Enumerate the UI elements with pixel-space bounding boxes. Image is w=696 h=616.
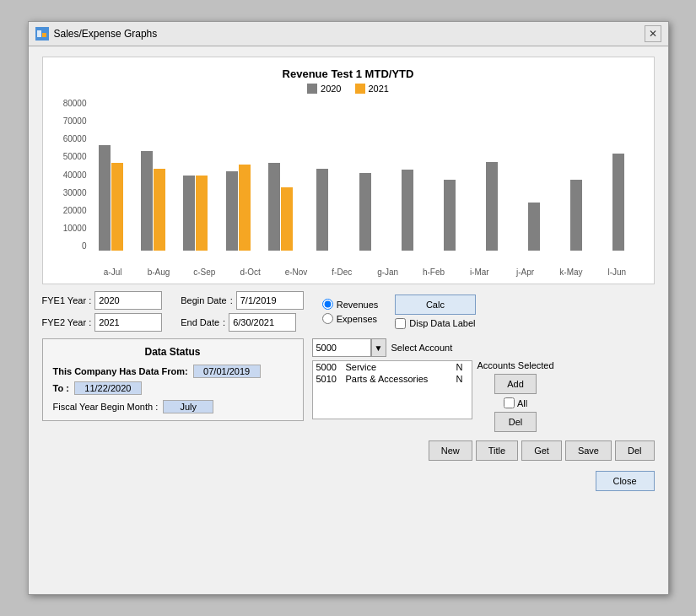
window-title: Sales/Expense Graphs [54,28,158,40]
expenses-label: Expenses [337,314,377,324]
window-content: Revenue Test 1 MTD/YTD 2020 2021 80000 7… [29,46,668,594]
close-window-button[interactable]: ✕ [645,25,661,42]
bar-gold-3 [239,165,251,251]
all-label: All [517,398,527,408]
x-label-2: c-Sep [181,267,227,277]
to-row: To : 11/22/2020 [53,381,293,395]
data-status-box: Data Status This Company Has Data From: … [42,338,304,421]
bar-gray-6 [359,173,371,251]
new-button[interactable]: New [429,440,472,461]
acct-num-0: 5000 [316,362,346,372]
del-button[interactable]: Del [615,440,655,461]
close-button[interactable]: Close [596,471,655,491]
account-dropdown-button[interactable]: ▼ [371,338,386,357]
action-buttons: New Title Get Save Del [42,440,655,461]
bar-gold-0 [111,163,123,251]
account-list-item-1[interactable]: 5010Parts & AccessoriesN [313,373,472,385]
account-top: ▼ Select Account [312,338,655,357]
begin-date-input[interactable] [236,291,304,310]
from-label: This Company Has Data From: [53,366,188,376]
bar-group-4 [259,99,301,251]
x-label-5: f-Dec [319,267,364,277]
svg-rect-1 [42,33,46,37]
account-list[interactable]: 5000ServiceN5010Parts & AccessoriesN [312,360,472,419]
bar-gray-5 [316,169,328,251]
fye2-label: FYE2 Year : [42,317,92,327]
bar-gray-8 [444,180,456,251]
x-label-4: e-Nov [273,267,319,277]
fy-label: Fiscal Year Begin Month : [53,402,159,412]
bar-group-8 [429,99,471,251]
bar-group-11 [555,99,597,251]
legend-year1: 2020 [307,84,341,94]
y-label-4: 40000 [63,170,87,180]
chart-plot [90,99,640,251]
account-list-item-0[interactable]: 5000ServiceN [313,361,472,373]
del-account-button[interactable]: Del [494,412,537,432]
x-label-10: k-May [548,267,594,277]
all-checkbox[interactable] [504,397,515,408]
end-date-label: End Date [181,317,219,327]
to-label: To : [53,383,69,393]
fye1-label: FYE1 Year : [42,295,92,305]
bar-group-6 [343,99,386,251]
title-button[interactable]: Title [476,440,518,461]
disp-data-label-item[interactable]: Disp Data Label [395,318,475,329]
begin-date-label: Begin Date [181,295,226,305]
controls-row: FYE1 Year : FYE2 Year : Begin Date : End… [42,291,655,332]
acct-num-1: 5010 [316,374,346,384]
x-label-0: a-Jul [90,267,136,277]
bar-gold-2 [196,176,208,251]
revenues-radio[interactable] [322,299,333,310]
title-bar-left: Sales/Expense Graphs [35,27,158,41]
revenues-label: Revenues [337,300,379,310]
expenses-radio-item[interactable]: Expenses [322,313,379,324]
title-bar: Sales/Expense Graphs ✕ [29,22,668,46]
fy-row: Fiscal Year Begin Month : July [53,400,293,413]
y-label-0: 0 [82,241,87,251]
fye1-group: FYE1 Year : [42,291,163,310]
legend-swatch-gray [307,84,317,94]
bar-gray-1 [141,151,153,251]
to-value: 11/22/2020 [74,381,142,395]
revenues-radio-item[interactable]: Revenues [322,299,379,310]
chart-legend: 2020 2021 [57,84,640,94]
save-button[interactable]: Save [565,440,612,461]
calc-button[interactable]: Calc [395,294,475,315]
chart-title: Revenue Test 1 MTD/YTD [57,68,640,80]
fye1-input[interactable] [94,291,162,310]
x-label-1: b-Aug [136,267,181,277]
from-row: This Company Has Data From: 07/01/2019 [53,365,293,378]
all-checkbox-item[interactable]: All [504,397,527,408]
bar-group-7 [386,99,429,251]
expenses-radio[interactable] [322,313,333,324]
bar-gray-4 [268,163,280,251]
account-section: ▼ Select Account 5000ServiceN5010Parts &… [312,338,655,432]
x-label-3: d-Oct [227,267,272,277]
bar-gold-1 [154,169,165,251]
close-btn-row: Close [42,471,655,491]
legend-year2: 2021 [355,84,389,94]
bar-group-0 [90,99,132,251]
bar-gray-11 [570,180,582,251]
get-button[interactable]: Get [521,440,562,461]
window-icon [35,27,49,41]
legend-year1-label: 2020 [321,84,341,94]
acct-name-1: Parts & Accessories [346,374,456,384]
y-label-8: 80000 [63,99,87,108]
bar-gold-4 [281,187,293,251]
select-account-label: Select Account [391,343,453,353]
x-label-8: i-Mar [456,267,502,277]
fye2-group: FYE2 Year : [42,313,163,332]
account-number-input[interactable] [312,338,371,357]
add-account-button[interactable]: Add [494,374,537,394]
fy-value: July [163,400,213,413]
disp-data-label-checkbox[interactable] [395,318,406,329]
bottom-section: Data Status This Company Has Data From: … [42,338,655,432]
fye2-input[interactable] [94,313,162,332]
end-date-input[interactable] [229,313,296,332]
x-label-7: h-Feb [411,267,456,277]
bar-group-2 [175,99,217,251]
bar-gray-7 [402,170,413,251]
y-label-3: 30000 [63,188,87,197]
